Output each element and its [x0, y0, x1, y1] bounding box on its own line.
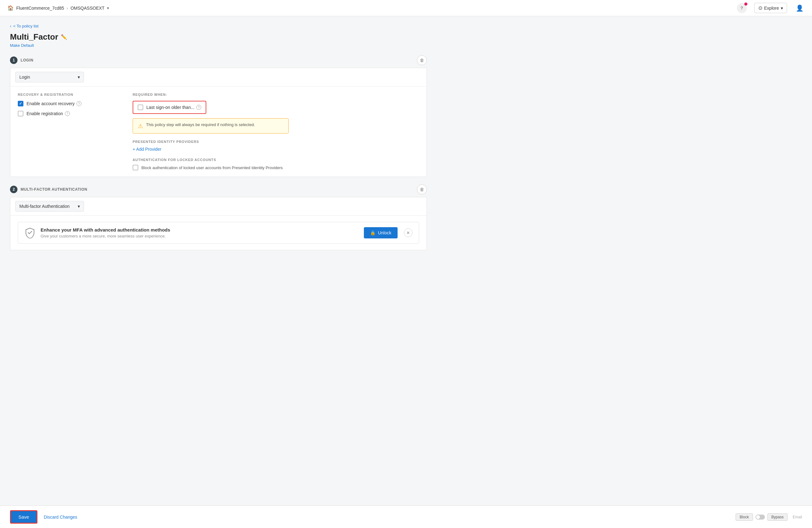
enable-registration-row: Enable registration ?	[18, 111, 118, 116]
enable-registration-label: Enable registration ?	[27, 111, 70, 116]
enable-account-recovery-text: Enable account recovery	[27, 101, 75, 106]
mfa-section: 2 MULTI-FACTOR AUTHENTICATION 🗑 Multi-fa…	[10, 185, 427, 250]
mfa-promo-subtitle: Give your customers a more secure, more …	[41, 234, 170, 238]
login-section-header: 1 LOGIN 🗑	[10, 55, 427, 65]
checkmark-icon: ✓	[19, 102, 22, 105]
block-auth-checkbox[interactable]	[133, 165, 138, 171]
env-name[interactable]: OMSQASSOEXT	[71, 5, 104, 11]
delete-login-section-button[interactable]: 🗑	[417, 55, 427, 65]
mfa-promo-left: Enhance your MFA with advanced authentic…	[24, 227, 170, 238]
close-icon: ✕	[406, 230, 410, 235]
last-signin-checkbox[interactable]	[137, 104, 143, 110]
dropdown-chevron-icon: ▾	[78, 75, 80, 79]
unlock-label: Unlock	[378, 230, 391, 235]
back-link-label: < To policy list	[13, 24, 39, 28]
explore-dropdown-icon: ▾	[781, 5, 783, 11]
mfa-section-header-left: 2 MULTI-FACTOR AUTHENTICATION	[10, 186, 87, 193]
page-title-row: Multi_Factor ✏️	[10, 32, 427, 42]
last-signin-option-row: Last sign-on older than... ?	[133, 101, 206, 114]
mfa-dropdown-chevron-icon: ▾	[78, 204, 80, 209]
login-card-body: RECOVERY & REGISTRATION ✓ Enable account…	[10, 86, 426, 177]
auth-locked-label: AUTHENTICATION FOR LOCKED ACCOUNTS	[133, 158, 419, 162]
shield-mfa-icon	[24, 227, 35, 238]
user-avatar[interactable]: 👤	[795, 3, 804, 13]
login-card: Login ▾ RECOVERY & REGISTRATION ✓ Enable	[10, 68, 427, 177]
edit-title-icon[interactable]: ✏️	[61, 34, 67, 40]
login-dropdown-row: Login ▾	[10, 68, 426, 86]
auth-locked-row: Block authentication of locked user acco…	[133, 165, 419, 171]
breadcrumb-separator: ›	[67, 5, 68, 11]
mfa-section-title: MULTI-FACTOR AUTHENTICATION	[20, 187, 87, 192]
main-content: ‹ < To policy list Multi_Factor ✏️ Make …	[0, 16, 437, 283]
warning-circle-icon: ⚠	[138, 123, 143, 130]
last-signin-help-icon[interactable]: ?	[196, 105, 201, 110]
always-required-info-box: ⚠ This policy step will always be requir…	[133, 118, 289, 134]
enable-account-recovery-checkbox[interactable]: ✓	[18, 101, 24, 106]
back-arrow-icon: ‹	[10, 24, 11, 28]
mfa-card-body: Enhance your MFA with advanced authentic…	[10, 216, 426, 250]
login-section-title: LOGIN	[20, 58, 33, 62]
mfa-dropdown-row: Multi-factor Authentication ▾	[10, 197, 426, 216]
last-signin-text-value: Last sign-on older than...	[146, 105, 194, 110]
enable-registration-checkbox[interactable]	[18, 111, 24, 116]
registration-help-icon[interactable]: ?	[65, 111, 70, 116]
mfa-card: Multi-factor Authentication ▾ Enhance yo…	[10, 197, 427, 250]
close-promo-button[interactable]: ✕	[404, 229, 412, 237]
top-navigation: 🏠 FluentCommerce_7cd85 › OMSQASSOEXT ▾ ?…	[0, 0, 812, 16]
help-button[interactable]: ?	[737, 3, 747, 13]
enable-registration-text: Enable registration	[27, 111, 63, 116]
step-2-number: 2	[10, 186, 17, 193]
always-required-info-text: This policy step will always be required…	[146, 122, 255, 127]
recovery-registration-label: RECOVERY & REGISTRATION	[18, 93, 118, 97]
page-title: Multi_Factor	[10, 32, 58, 42]
explore-button[interactable]: ⊙ Explore ▾	[754, 3, 787, 13]
login-type-dropdown[interactable]: Login ▾	[15, 72, 84, 83]
mfa-type-value: Multi-factor Authentication	[19, 204, 70, 209]
last-signin-label-text: Last sign-on older than... ?	[146, 105, 201, 110]
delete-mfa-section-button[interactable]: 🗑	[417, 185, 427, 194]
breadcrumb-nav: 🏠 FluentCommerce_7cd85 › OMSQASSOEXT ▾	[8, 5, 109, 11]
notification-badge	[744, 2, 748, 5]
back-to-policy-link[interactable]: ‹ < To policy list	[10, 24, 427, 28]
mfa-section-header: 2 MULTI-FACTOR AUTHENTICATION 🗑	[10, 185, 427, 194]
account-recovery-help-icon[interactable]: ?	[76, 101, 82, 106]
nav-right: ? ⊙ Explore ▾ 👤	[737, 3, 804, 13]
enable-account-recovery-row: ✓ Enable account recovery ?	[18, 101, 118, 106]
trash-icon: 🗑	[420, 58, 424, 63]
mfa-type-dropdown[interactable]: Multi-factor Authentication ▾	[15, 201, 84, 211]
required-when-label: REQUIRED WHEN:	[133, 93, 419, 97]
env-dropdown-icon[interactable]: ▾	[107, 6, 109, 10]
lock-icon: 🔒	[370, 230, 375, 235]
login-section: 1 LOGIN 🗑 Login ▾ RECOVERY & REGISTRATIO…	[10, 55, 427, 177]
unlock-button[interactable]: 🔒 Unlock	[364, 227, 397, 238]
required-when-panel: REQUIRED WHEN: Last sign-on older than..…	[133, 93, 419, 171]
section-header-left: 1 LOGIN	[10, 57, 33, 64]
help-icon: ?	[741, 5, 743, 11]
explore-label: Explore	[764, 5, 779, 11]
mfa-promo-text: Enhance your MFA with advanced authentic…	[41, 227, 170, 238]
explore-circle-icon: ⊙	[758, 5, 763, 11]
tenant-name[interactable]: FluentCommerce_7cd85	[16, 5, 64, 11]
add-provider-button[interactable]: + Add Provider	[133, 147, 419, 152]
step-1-number: 1	[10, 57, 17, 64]
nav-left: 🏠 FluentCommerce_7cd85 › OMSQASSOEXT ▾	[8, 5, 109, 11]
make-default-link[interactable]: Make Default	[10, 43, 427, 48]
enable-account-recovery-label: Enable account recovery ?	[27, 101, 82, 106]
providers-label: PRESENTED IDENTITY PROVIDERS	[133, 140, 419, 144]
mfa-promo-title: Enhance your MFA with advanced authentic…	[41, 227, 170, 233]
trash-icon-mfa: 🗑	[420, 187, 424, 192]
mfa-promo-box: Enhance your MFA with advanced authentic…	[18, 222, 419, 244]
block-auth-label-text: Block authentication of locked user acco…	[141, 165, 283, 170]
login-type-value: Login	[19, 75, 30, 79]
home-icon[interactable]: 🏠	[8, 5, 14, 11]
recovery-registration-panel: RECOVERY & REGISTRATION ✓ Enable account…	[18, 93, 118, 171]
